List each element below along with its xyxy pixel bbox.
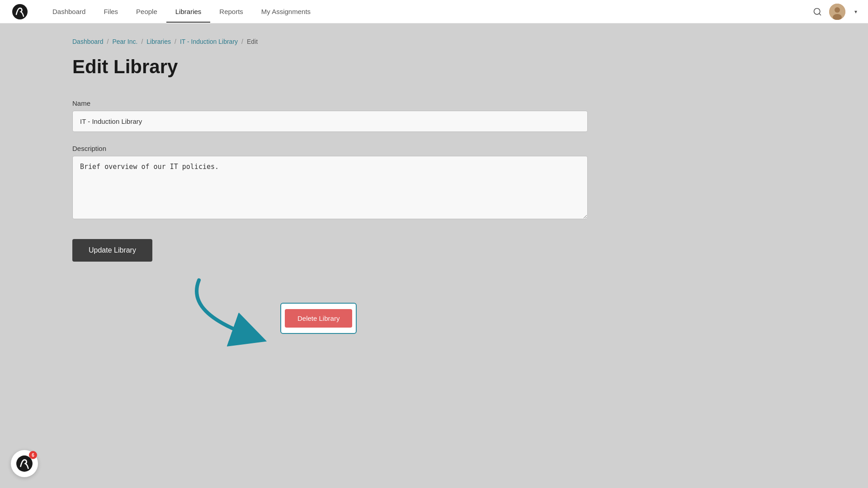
nav-people[interactable]: People (127, 0, 166, 23)
update-library-button[interactable]: Update Library (72, 239, 152, 262)
breadcrumb-sep-2: / (141, 38, 143, 45)
breadcrumb-libraries[interactable]: Libraries (146, 38, 171, 45)
breadcrumb-library-name[interactable]: IT - Induction Library (180, 38, 238, 45)
breadcrumb-current: Edit (247, 38, 258, 45)
nav-links: Dashboard Files People Libraries Reports… (43, 0, 813, 23)
breadcrumb: Dashboard / Pear Inc. / Libraries / IT -… (72, 38, 588, 45)
bottom-logo-badge[interactable]: 6 (11, 450, 38, 477)
nav-files[interactable]: Files (94, 0, 127, 23)
delete-library-button[interactable]: Delete Library (285, 309, 352, 328)
chevron-down-icon[interactable]: ▾ (854, 9, 857, 15)
svg-line-2 (819, 13, 821, 15)
app-logo[interactable] (11, 3, 29, 21)
delete-box: Delete Library (280, 303, 357, 334)
search-icon[interactable] (813, 7, 822, 16)
nav-reports[interactable]: Reports (210, 0, 252, 23)
description-label: Description (72, 145, 588, 152)
navbar: Dashboard Files People Libraries Reports… (0, 0, 868, 23)
name-input[interactable] (72, 111, 588, 132)
nav-right: ▾ (813, 4, 857, 20)
notification-badge: 6 (29, 451, 37, 459)
breadcrumb-sep-1: / (107, 38, 109, 45)
breadcrumb-dashboard[interactable]: Dashboard (72, 38, 104, 45)
nav-libraries[interactable]: Libraries (166, 0, 211, 23)
nav-dashboard[interactable]: Dashboard (43, 0, 94, 23)
svg-point-4 (835, 7, 840, 13)
breadcrumb-sep-3: / (175, 38, 176, 45)
name-label: Name (72, 99, 588, 107)
page-title: Edit Library (72, 56, 588, 78)
name-form-group: Name (72, 99, 588, 132)
nav-my-assignments[interactable]: My Assignments (252, 0, 320, 23)
breadcrumb-sep-4: / (241, 38, 243, 45)
breadcrumb-pear-inc[interactable]: Pear Inc. (112, 38, 137, 45)
avatar-image (829, 4, 845, 20)
description-form-group: Description Brief overview of our IT pol… (72, 145, 588, 221)
description-textarea[interactable]: Brief overview of our IT policies. (72, 156, 588, 219)
main-content: Dashboard / Pear Inc. / Libraries / IT -… (0, 23, 660, 276)
avatar[interactable] (829, 4, 845, 20)
delete-highlight-container: Delete Library (280, 303, 357, 334)
